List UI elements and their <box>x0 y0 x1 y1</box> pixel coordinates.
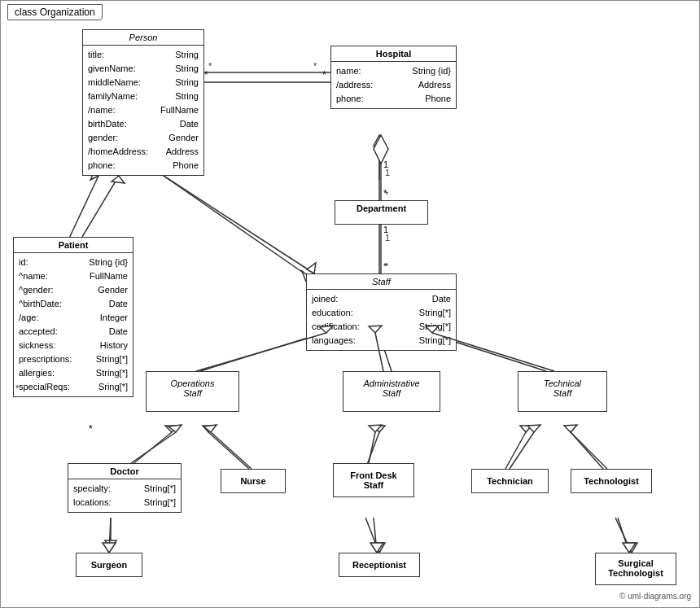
technologist-title: Technologist <box>571 470 651 492</box>
svg-marker-70 <box>564 425 577 432</box>
svg-marker-36 <box>626 543 637 553</box>
admin-staff-title: AdministrativeStaff <box>343 372 440 405</box>
svg-line-11 <box>66 176 98 245</box>
svg-text:1: 1 <box>383 225 388 234</box>
svg-line-23 <box>208 432 249 469</box>
staff-attrs: joined:Date education:String[*] certific… <box>307 290 456 350</box>
technician-title: Technician <box>472 470 548 492</box>
nurse-box: Nurse <box>221 469 286 493</box>
staff-title: Staff <box>307 274 456 290</box>
hospital-title: Hospital <box>331 46 456 62</box>
surgeon-title: Surgeon <box>77 553 142 576</box>
svg-text:*: * <box>313 61 317 71</box>
svg-marker-72 <box>103 543 116 553</box>
svg-line-53 <box>164 176 314 273</box>
svg-marker-22 <box>165 426 178 432</box>
svg-marker-28 <box>520 426 532 432</box>
technical-staff-title: TechnicalStaff <box>518 372 606 405</box>
hospital-attrs: name:String {id} /address:Address phone:… <box>331 62 456 108</box>
svg-marker-54 <box>307 263 316 273</box>
svg-text:*: * <box>89 423 93 435</box>
svg-marker-34 <box>374 543 385 553</box>
svg-line-75 <box>618 518 629 553</box>
svg-text:*: * <box>204 69 208 81</box>
front-desk-box: Front DeskStaff <box>333 463 414 497</box>
surgical-tech-box: SurgicalTechnologist <box>595 553 676 585</box>
doctor-box: Doctor specialty:String[*] locations:Str… <box>68 463 182 513</box>
svg-marker-62 <box>168 425 182 432</box>
svg-marker-76 <box>623 543 636 553</box>
svg-line-13 <box>164 176 310 278</box>
nurse-title: Nurse <box>221 470 285 492</box>
svg-marker-4 <box>374 135 385 156</box>
operations-staff-box: OperationsStaff <box>146 371 239 412</box>
svg-marker-32 <box>105 540 116 550</box>
hospital-box: Hospital name:String {id} /address:Addre… <box>330 46 457 109</box>
svg-line-51 <box>82 176 119 237</box>
svg-line-29 <box>571 432 603 469</box>
svg-line-73 <box>374 518 377 553</box>
person-attrs: title:String givenName:String middleName… <box>83 46 203 175</box>
receptionist-box: Receptionist <box>339 553 420 577</box>
svg-line-27 <box>505 432 526 469</box>
svg-marker-26 <box>374 426 385 432</box>
doctor-attrs: specialty:String[*] locations:String[*] <box>68 479 181 512</box>
svg-text:*: * <box>208 61 212 71</box>
department-box: Department <box>335 200 428 225</box>
diagram-container: class Organization * * 1 * 1 * <box>0 0 700 608</box>
svg-text:*: * <box>383 261 387 271</box>
svg-line-69 <box>571 432 607 469</box>
patient-box: Patient id:String {id} ^name:FullName ^g… <box>13 237 133 397</box>
surgical-tech-title: SurgicalTechnologist <box>596 553 676 583</box>
copyright-label: © uml-diagrams.org <box>619 592 691 601</box>
svg-line-71 <box>109 518 111 553</box>
svg-line-67 <box>510 432 534 469</box>
svg-text:1: 1 <box>385 233 390 243</box>
svg-line-61 <box>131 432 176 463</box>
svg-text:*: * <box>385 261 389 271</box>
receptionist-title: Receptionist <box>339 553 419 576</box>
technologist-box: Technologist <box>571 469 652 493</box>
front-desk-title: Front DeskStaff <box>334 464 413 496</box>
svg-text:1: 1 <box>383 160 388 169</box>
svg-marker-66 <box>369 425 382 432</box>
patient-title: Patient <box>14 238 133 253</box>
svg-line-15 <box>200 335 318 371</box>
svg-marker-74 <box>370 543 383 553</box>
svg-marker-24 <box>203 426 214 432</box>
svg-line-35 <box>615 518 632 553</box>
svg-text:1: 1 <box>385 168 390 177</box>
staff-box: Staff joined:Date education:String[*] ce… <box>306 273 457 351</box>
svg-text:*: * <box>322 69 326 81</box>
svg-marker-64 <box>203 425 217 432</box>
svg-marker-68 <box>527 425 540 432</box>
surgeon-box: Surgeon <box>76 553 142 577</box>
svg-line-63 <box>211 432 252 469</box>
department-title: Department <box>335 201 427 216</box>
svg-line-65 <box>369 432 375 463</box>
admin-staff-box: AdministrativeStaff <box>343 371 440 412</box>
svg-marker-30 <box>565 426 576 432</box>
diagram-title: class Organization <box>7 4 103 20</box>
technical-staff-box: TechnicalStaff <box>518 371 607 412</box>
operations-staff-title: OperationsStaff <box>147 372 238 405</box>
technician-box: Technician <box>471 469 549 493</box>
svg-marker-52 <box>112 176 125 183</box>
svg-marker-45 <box>374 135 388 164</box>
person-box: Person title:String givenName:String mid… <box>82 29 204 176</box>
patient-attrs: id:String {id} ^name:FullName ^gender:Ge… <box>14 253 133 396</box>
svg-line-33 <box>365 518 379 553</box>
person-title: Person <box>83 30 203 46</box>
svg-text:*: * <box>383 188 387 198</box>
doctor-title: Doctor <box>68 464 181 479</box>
svg-text:*: * <box>385 190 389 199</box>
